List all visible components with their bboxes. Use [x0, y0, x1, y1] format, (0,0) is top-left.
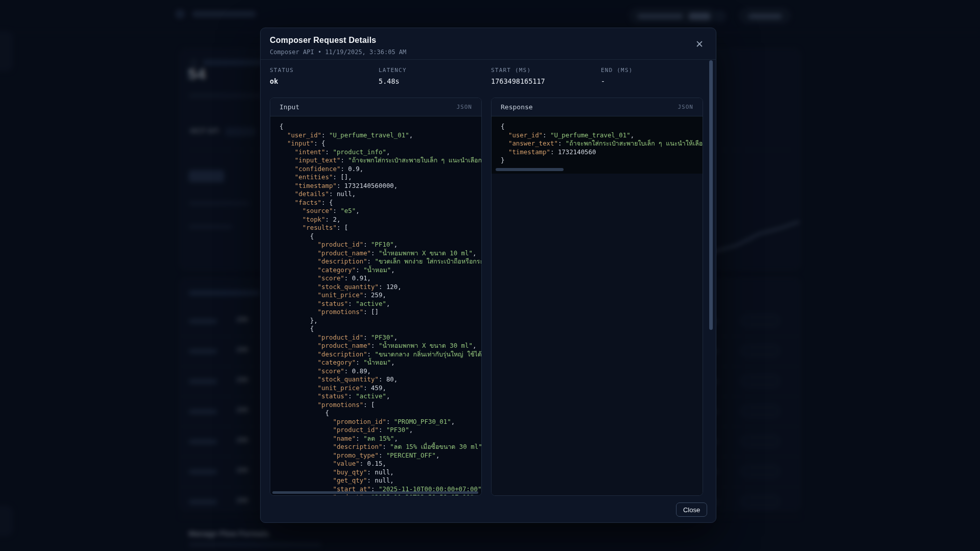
code-line: "promo_type": "PERCENT_OFF", [279, 451, 481, 460]
code-line: "answer_text": "ถ้าจะพกใส่กระเป๋าสะพายใบ… [501, 139, 703, 148]
stat-latency-label: LATENCY [379, 67, 407, 74]
stat-end-ms: END (MS) - [601, 67, 633, 85]
code-line: "product_id": "PF10", [279, 241, 481, 249]
stat-latency-value: 5.48s [379, 77, 407, 85]
stat-start-value: 1763498165117 [491, 77, 545, 85]
code-line: "value": 0.15, [279, 460, 481, 468]
code-line: "product_id": "PF30", [279, 333, 481, 342]
header-divider [261, 59, 716, 60]
code-line: "stock_quantity": 80, [279, 375, 481, 384]
code-line: "unit_price": 459, [279, 384, 481, 393]
response-panel-header: Response JSON [492, 98, 703, 116]
code-line: "timestamp": 1732140560000, [279, 182, 481, 190]
stat-status: STATUS ok [270, 67, 294, 85]
code-line: "promotions": [ [279, 401, 481, 410]
response-json-badge: JSON [678, 104, 694, 110]
modal-subtitle: Composer API • 11/19/2025, 3:36:05 AM [270, 49, 406, 56]
code-line: "category": "น้ำหอม", [279, 358, 481, 367]
stat-end-label: END (MS) [601, 67, 633, 74]
code-line: "name": "ลด 15%", [279, 435, 481, 443]
code-line: "description": "ขวดเล็ก พกง่าย ใส่กระเป๋… [279, 257, 481, 266]
code-line: "input": { [279, 139, 481, 148]
stat-latency: LATENCY 5.48s [379, 67, 407, 85]
code-line: "description": "ลด 15% เมื่อซื้อขนาด 30 … [279, 443, 481, 451]
code-line: "topk": 2, [279, 215, 481, 224]
code-line: { [501, 123, 703, 131]
close-button[interactable]: Close [676, 502, 707, 517]
code-line: "source": "e5", [279, 207, 481, 215]
code-line: "score": 0.91, [279, 274, 481, 283]
input-horizontal-scrollbar[interactable] [272, 491, 478, 494]
code-line: } [501, 156, 703, 165]
stat-start-ms: START (MS) 1763498165117 [491, 67, 545, 85]
code-line: "user_id": "U_perfume_travel_01", [501, 131, 703, 140]
code-line: "description": "ขนาดกลาง กลิ่นเท่ากับรุ่… [279, 350, 481, 359]
input-panel-body: { "user_id": "U_perfume_travel_01", "inp… [270, 116, 481, 496]
code-line: "score": 0.89, [279, 367, 481, 376]
code-line: "details": null, [279, 190, 481, 199]
close-icon[interactable]: ✕ [692, 37, 707, 51]
code-line: "timestamp": 1732140560 [501, 148, 703, 157]
stat-end-value: - [601, 77, 633, 85]
modal-vertical-scrollbar[interactable] [709, 60, 713, 330]
code-line: "results": [ [279, 224, 481, 232]
code-line: "buy_qty": null, [279, 468, 481, 477]
code-line: "promotion_id": "PROMO_PF30_01", [279, 418, 481, 426]
code-line: "status": "active", [279, 300, 481, 308]
code-line: { [279, 232, 481, 241]
code-line: "facts": { [279, 199, 481, 207]
code-line: }, [279, 317, 481, 325]
stat-start-label: START (MS) [491, 67, 545, 74]
composer-request-details-modal: Composer Request Details Composer API • … [260, 28, 716, 523]
code-line: "product_name": "น้ำหอมพกพา X ขนาด 30 ml… [279, 342, 481, 350]
stat-status-value: ok [270, 77, 294, 85]
code-line: { [279, 409, 481, 418]
code-line: { [279, 325, 481, 333]
input-json-code[interactable]: { "user_id": "U_perfume_travel_01", "inp… [270, 116, 481, 496]
response-json-code[interactable]: { "user_id": "U_perfume_travel_01", "ans… [492, 116, 703, 174]
code-line: "input_text": "ถ้าจะพกใส่กระเป๋าสะพายใบเ… [279, 156, 481, 165]
response-horizontal-scrollbar[interactable] [496, 168, 564, 171]
code-line: "category": "น้ำหอม", [279, 266, 481, 275]
code-line: "get_qty": null, [279, 476, 481, 485]
code-line: "intent": "product_info", [279, 148, 481, 157]
code-line: "status": "active", [279, 392, 481, 401]
code-line: "entities": [], [279, 173, 481, 182]
code-line: "user_id": "U_perfume_travel_01", [279, 131, 481, 140]
code-line: { [279, 123, 481, 131]
response-panel: Response JSON { "user_id": "U_perfume_tr… [491, 98, 703, 496]
input-json-badge: JSON [457, 104, 473, 110]
input-panel-title: Input [279, 103, 299, 111]
screen: 54 MCP API 200200200200200200200 Manage … [0, 0, 980, 551]
code-line: "confidence": 0.9, [279, 165, 481, 174]
input-panel: Input JSON { "user_id": "U_perfume_trave… [270, 98, 482, 496]
code-line: "product_id": "PF30", [279, 426, 481, 435]
response-panel-title: Response [501, 103, 533, 111]
code-line: "product_name": "น้ำหอมพกพา X ขนาด 10 ml… [279, 249, 481, 258]
modal-title: Composer Request Details [270, 36, 376, 45]
code-line: "promotions": [] [279, 308, 481, 317]
response-panel-body: { "user_id": "U_perfume_travel_01", "ans… [492, 116, 703, 496]
input-panel-header: Input JSON [270, 98, 481, 116]
code-line: "unit_price": 259, [279, 291, 481, 300]
stat-status-label: STATUS [270, 67, 294, 74]
code-line: "stock_quantity": 120, [279, 283, 481, 292]
